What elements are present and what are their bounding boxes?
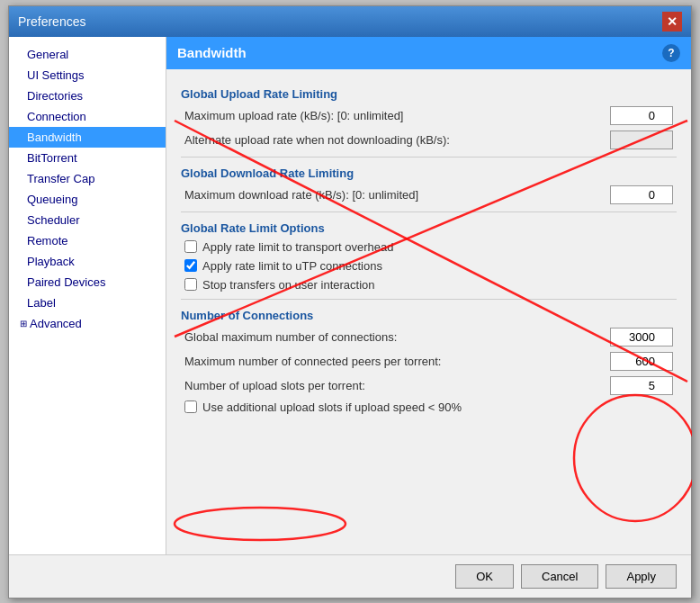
upload-slots-label: Number of upload slots per torrent: xyxy=(184,379,365,392)
cancel-button[interactable]: Cancel xyxy=(521,564,598,589)
max-peers-input[interactable] xyxy=(610,352,673,371)
main-panel: Bandwidth ? Global Upload Rate Limiting … xyxy=(166,37,691,554)
upload-max-row: Maximum upload rate (kB/s): [0: unlimite… xyxy=(181,106,677,125)
title-bar: Preferences ✕ xyxy=(9,6,691,37)
content-area: General UI Settings Directories Connecti… xyxy=(9,37,691,554)
panel-title: Bandwidth xyxy=(177,45,247,60)
additional-upload-checkbox[interactable] xyxy=(184,400,197,413)
upload-slots-input[interactable] xyxy=(610,376,673,395)
sidebar-item-scheduler[interactable]: Scheduler xyxy=(9,210,166,230)
download-section-title: Global Download Rate Limiting xyxy=(181,166,677,180)
download-max-input[interactable] xyxy=(610,185,673,204)
rate-limit-transport-checkbox[interactable] xyxy=(184,240,197,253)
stop-transfers-row: Stop transfers on user interaction xyxy=(181,278,677,292)
upload-alt-input[interactable] xyxy=(610,130,673,149)
additional-upload-row: Use additional upload slots if upload sp… xyxy=(181,400,677,414)
max-peers-label: Maximum number of connected peers per to… xyxy=(184,355,441,368)
sidebar-item-bandwidth[interactable]: Bandwidth xyxy=(9,127,166,148)
global-max-label: Global maximum number of connections: xyxy=(184,330,397,344)
sidebar: General UI Settings Directories Connecti… xyxy=(9,37,166,554)
rate-limit-transport-label: Apply rate limit to transport overhead xyxy=(202,240,393,254)
close-button[interactable]: ✕ xyxy=(662,12,682,32)
sidebar-item-general[interactable]: General xyxy=(9,44,166,65)
apply-button[interactable]: Apply xyxy=(606,564,677,589)
rate-limit-utp-checkbox[interactable] xyxy=(184,259,197,272)
sidebar-item-playback[interactable]: Playback xyxy=(9,251,166,272)
global-max-row: Global maximum number of connections: xyxy=(181,328,677,346)
upload-max-input[interactable] xyxy=(610,106,673,125)
help-icon[interactable]: ? xyxy=(662,44,680,62)
sidebar-item-transfer-cap[interactable]: Transfer Cap xyxy=(9,168,166,189)
window-title: Preferences xyxy=(18,14,85,29)
stop-transfers-checkbox[interactable] xyxy=(184,278,197,291)
expand-icon: ⊞ xyxy=(20,319,27,328)
upload-max-label: Maximum upload rate (kB/s): [0: unlimite… xyxy=(184,109,403,122)
panel-content: Global Upload Rate Limiting Maximum uplo… xyxy=(166,69,691,428)
upload-section-title: Global Upload Rate Limiting xyxy=(181,87,677,101)
rate-limit-utp-row: Apply rate limit to uTP connections xyxy=(181,259,677,273)
sidebar-item-directories[interactable]: Directories xyxy=(9,86,166,106)
download-max-row: Maximum download rate (kB/s): [0: unlimi… xyxy=(181,185,677,204)
panel-header: Bandwidth ? xyxy=(166,37,691,69)
sidebar-item-advanced[interactable]: ⊞ Advanced xyxy=(9,313,166,334)
global-max-input[interactable] xyxy=(610,328,673,346)
upload-alt-row: Alternate upload rate when not downloadi… xyxy=(181,130,677,149)
sidebar-item-connection[interactable]: Connection xyxy=(9,106,166,127)
ok-button[interactable]: OK xyxy=(455,564,514,589)
additional-upload-label: Use additional upload slots if upload sp… xyxy=(202,400,462,414)
footer: OK Cancel Apply xyxy=(9,554,691,598)
sidebar-item-label[interactable]: Label xyxy=(9,292,166,313)
stop-transfers-label: Stop transfers on user interaction xyxy=(202,278,375,292)
sidebar-item-paired-devices[interactable]: Paired Devices xyxy=(9,272,166,292)
upload-slots-row: Number of upload slots per torrent: xyxy=(181,376,677,395)
sidebar-item-queueing[interactable]: Queueing xyxy=(9,189,166,210)
rate-limit-utp-label: Apply rate limit to uTP connections xyxy=(202,259,382,273)
sidebar-item-remote[interactable]: Remote xyxy=(9,230,166,251)
rate-limit-transport-row: Apply rate limit to transport overhead xyxy=(181,240,677,254)
upload-alt-label: Alternate upload rate when not downloadi… xyxy=(184,133,450,147)
sidebar-item-bittorrent[interactable]: BitTorrent xyxy=(9,148,166,168)
sidebar-item-ui-settings[interactable]: UI Settings xyxy=(9,65,166,86)
connections-section-title: Number of Connections xyxy=(181,309,677,322)
download-max-label: Maximum download rate (kB/s): [0: unlimi… xyxy=(184,188,418,202)
rate-limit-section-title: Global Rate Limit Options xyxy=(181,221,677,235)
sidebar-item-advanced-label: Advanced xyxy=(30,317,82,330)
max-peers-row: Maximum number of connected peers per to… xyxy=(181,352,677,371)
